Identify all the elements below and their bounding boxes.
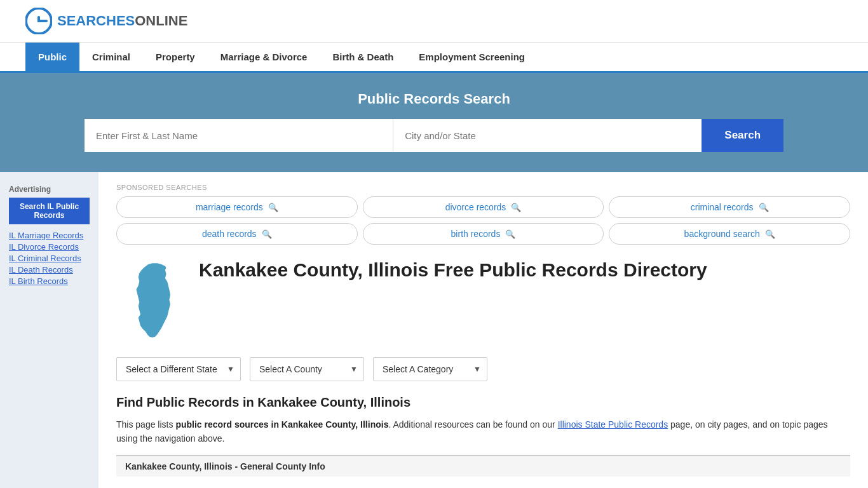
sidebar-ad-button[interactable]: Search IL Public Records <box>9 198 90 224</box>
tag-birth[interactable]: birth records 🔍 <box>363 223 604 245</box>
nav-property[interactable]: Property <box>143 43 208 71</box>
search-form: Search <box>85 119 783 152</box>
search-icon-1: 🔍 <box>511 203 521 212</box>
tag-background[interactable]: background search 🔍 <box>609 223 850 245</box>
dropdowns-row: Select a Different State ▼ Select A Coun… <box>116 357 850 381</box>
logo-icon <box>25 8 52 34</box>
tag-divorce[interactable]: divorce records 🔍 <box>363 196 604 218</box>
sidebar-link-4[interactable]: IL Birth Records <box>9 276 90 286</box>
tag-marriage[interactable]: marriage records 🔍 <box>116 196 358 218</box>
category-dropdown-wrapper: Select A Category ▼ <box>373 357 487 381</box>
search-button[interactable]: Search <box>702 119 783 152</box>
search-icon-0: 🔍 <box>268 203 278 212</box>
nav-public[interactable]: Public <box>25 43 79 71</box>
tag-death[interactable]: death records 🔍 <box>116 223 358 245</box>
sidebar-link-0[interactable]: IL Marriage Records <box>9 231 90 240</box>
county-dropdown[interactable]: Select A County <box>250 357 364 381</box>
nav-employment[interactable]: Employment Screening <box>406 43 538 71</box>
state-dropdown[interactable]: Select a Different State <box>116 357 241 381</box>
logo[interactable]: SEARCHESONLINE <box>25 8 187 34</box>
illinois-records-link[interactable]: Illinois State Public Records <box>558 419 668 430</box>
sponsored-label: SPONSORED SEARCHES <box>116 184 850 191</box>
site-header: SEARCHESONLINE <box>0 0 868 43</box>
sidebar-link-1[interactable]: IL Divorce Records <box>9 242 90 252</box>
name-input[interactable] <box>85 119 393 152</box>
county-dropdown-wrapper: Select A County ▼ <box>250 357 364 381</box>
search-icon-3: 🔍 <box>262 229 272 239</box>
nav-marriage-divorce[interactable]: Marriage & Divorce <box>208 43 320 71</box>
sidebar-link-3[interactable]: IL Death Records <box>9 265 90 274</box>
nav-birth-death[interactable]: Birth & Death <box>320 43 406 71</box>
content-area: SPONSORED SEARCHES marriage records 🔍 di… <box>98 172 868 488</box>
main-nav: Public Criminal Property Marriage & Divo… <box>0 43 868 73</box>
sidebar-ad-label: Advertising <box>9 185 90 194</box>
general-info-bar: Kankakee County, Illinois - General Coun… <box>116 455 850 477</box>
illinois-map-svg <box>116 259 186 341</box>
category-dropdown[interactable]: Select A Category <box>373 357 487 381</box>
sidebar-link-2[interactable]: IL Criminal Records <box>9 254 90 263</box>
page-title: Kankakee County, Illinois Free Public Re… <box>199 259 707 281</box>
sponsored-tags: marriage records 🔍 divorce records 🔍 cri… <box>116 196 850 245</box>
search-icon-4: 🔍 <box>505 229 515 239</box>
tag-criminal[interactable]: criminal records 🔍 <box>609 196 850 218</box>
logo-text: SEARCHESONLINE <box>57 13 187 29</box>
sidebar: Advertising Search IL Public Records IL … <box>0 172 98 488</box>
page-heading-area: Kankakee County, Illinois Free Public Re… <box>116 259 850 343</box>
illinois-map <box>116 259 186 343</box>
location-input[interactable] <box>393 119 702 152</box>
search-icon-5: 🔍 <box>765 229 775 239</box>
nav-criminal[interactable]: Criminal <box>79 43 143 71</box>
state-dropdown-wrapper: Select a Different State ▼ <box>116 357 241 381</box>
search-banner: Public Records Search Search <box>0 73 868 172</box>
search-icon-2: 🔍 <box>759 203 769 212</box>
description: This page lists public record sources in… <box>116 417 850 446</box>
search-banner-title: Public Records Search <box>25 91 843 107</box>
main-wrapper: Advertising Search IL Public Records IL … <box>0 172 868 488</box>
sub-heading: Find Public Records in Kankakee County, … <box>116 395 850 410</box>
